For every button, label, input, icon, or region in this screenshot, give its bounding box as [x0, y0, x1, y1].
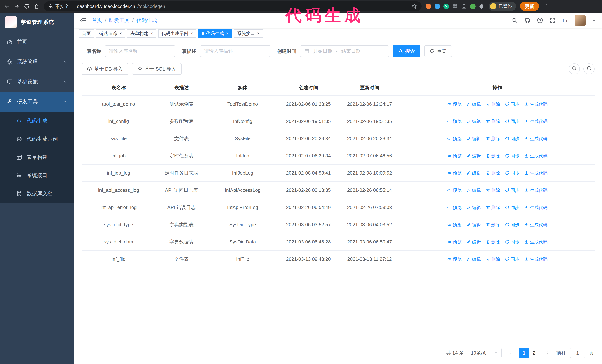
sidebar-subitem-codegen-example[interactable]: 代码生成示例: [0, 130, 74, 148]
goto-page-input[interactable]: [570, 348, 585, 358]
extension-4[interactable]: [452, 3, 458, 9]
table-desc-input[interactable]: [200, 45, 270, 57]
table-row[interactable]: inf_job_log定时任务日志表InfJobLog2021-02-08 04…: [82, 164, 595, 182]
update-button[interactable]: 更新: [520, 2, 539, 11]
action-preview[interactable]: 预览: [447, 221, 462, 228]
action-delete[interactable]: 删除: [486, 135, 500, 142]
extension-6[interactable]: [470, 3, 476, 9]
sidebar-subitem-codegen[interactable]: 代码生成: [0, 112, 74, 130]
extension-1[interactable]: [426, 3, 431, 9]
breadcrumb-item[interactable]: 首页: [92, 17, 102, 24]
table-row[interactable]: inf_config参数配置表InfConfig2021-02-06 19:51…: [82, 113, 595, 130]
close-tab-icon[interactable]: ×: [190, 31, 193, 36]
close-tab-icon[interactable]: ×: [257, 31, 260, 36]
action-edit[interactable]: 编辑: [466, 118, 481, 125]
action-preview[interactable]: 预览: [447, 204, 462, 211]
action-generate[interactable]: 生成代码: [524, 153, 548, 159]
action-generate[interactable]: 生成代码: [524, 204, 548, 211]
action-sync[interactable]: 同步: [505, 170, 519, 177]
action-delete[interactable]: 删除: [486, 101, 500, 108]
action-edit[interactable]: 编辑: [466, 135, 481, 142]
address-bar[interactable]: 不安全 | dashboard.yudao.iocoder.cn/tool/co…: [44, 1, 422, 11]
action-delete[interactable]: 删除: [486, 153, 500, 159]
table-row[interactable]: sys_dict_type字典类型表SysDictType2021-03-06 …: [82, 216, 595, 233]
action-generate[interactable]: 生成代码: [524, 239, 548, 245]
sidebar-item-system[interactable]: 系统管理: [0, 52, 74, 72]
close-tab-icon[interactable]: ×: [150, 31, 153, 36]
table-row[interactable]: inf_api_access_logAPI 访问日志表InfApiAccessL…: [82, 182, 595, 199]
action-sync[interactable]: 同步: [505, 256, 519, 262]
action-delete[interactable]: 删除: [486, 204, 500, 211]
action-generate[interactable]: 生成代码: [524, 101, 548, 108]
action-delete[interactable]: 删除: [486, 118, 500, 125]
prev-page-button[interactable]: [505, 348, 515, 358]
reload-icon[interactable]: [24, 3, 30, 9]
action-delete[interactable]: 删除: [486, 221, 500, 228]
profile-pill[interactable]: 已暂停: [489, 2, 516, 11]
breadcrumb-item[interactable]: 代码生成: [136, 17, 157, 24]
action-edit[interactable]: 编辑: [466, 153, 481, 159]
action-generate[interactable]: 生成代码: [524, 135, 548, 142]
action-sync[interactable]: 同步: [505, 118, 519, 125]
action-sync[interactable]: 同步: [505, 187, 519, 194]
close-tab-icon[interactable]: ×: [119, 31, 122, 36]
table-row[interactable]: sys_file文件表SysFile2021-02-06 20:28:34202…: [82, 130, 595, 147]
action-generate[interactable]: 生成代码: [524, 118, 548, 125]
extension-7[interactable]: [479, 3, 484, 9]
refresh-table-button[interactable]: [583, 63, 595, 74]
tab-api[interactable]: 系统接口×: [234, 29, 263, 38]
next-page-button[interactable]: [543, 348, 553, 358]
action-edit[interactable]: 编辑: [466, 221, 481, 228]
sidebar-subitem-api[interactable]: 系统接口: [0, 166, 74, 184]
logo[interactable]: 芋道管理系统: [0, 13, 74, 32]
sidebar-subitem-db-doc[interactable]: 数据库文档: [0, 184, 74, 203]
action-delete[interactable]: 删除: [486, 187, 500, 194]
date-range-picker[interactable]: 开始日期 - 结束日期: [300, 45, 389, 57]
sidebar-item-infra[interactable]: 基础设施: [0, 72, 74, 92]
table-name-input[interactable]: [105, 45, 175, 57]
tab-home[interactable]: 首页: [78, 29, 94, 38]
avatar-caret-icon[interactable]: [592, 18, 596, 22]
tab-tracer[interactable]: 链路追踪×: [96, 29, 125, 38]
action-preview[interactable]: 预览: [447, 187, 462, 194]
action-sync[interactable]: 同步: [505, 239, 519, 245]
page-button-2[interactable]: 2: [529, 348, 539, 358]
menu-fold-icon[interactable]: [80, 17, 86, 23]
import-db-button[interactable]: 基于 DB 导入: [82, 63, 128, 75]
action-edit[interactable]: 编辑: [466, 256, 481, 262]
extension-2[interactable]: [435, 3, 440, 9]
action-sync[interactable]: 同步: [505, 204, 519, 211]
page-size-select[interactable]: 10条/页: [468, 348, 502, 358]
action-generate[interactable]: 生成代码: [524, 187, 548, 194]
action-preview[interactable]: 预览: [447, 101, 462, 108]
fontsize-icon[interactable]: TT: [562, 17, 568, 23]
extension-5[interactable]: [461, 3, 467, 9]
action-edit[interactable]: 编辑: [466, 239, 481, 245]
sidebar-subitem-form-builder[interactable]: 表单构建: [0, 148, 74, 166]
tab-codegen[interactable]: 代码生成×: [198, 29, 232, 38]
bookmark-star-icon[interactable]: [411, 3, 417, 9]
close-tab-icon[interactable]: ×: [226, 31, 229, 36]
search-button[interactable]: 搜索: [393, 45, 420, 57]
action-delete[interactable]: 删除: [486, 170, 500, 177]
breadcrumb-item[interactable]: 研发工具: [109, 17, 130, 24]
action-sync[interactable]: 同步: [505, 221, 519, 228]
table-row[interactable]: sys_dict_data字典数据表SysDictData2021-03-06 …: [82, 233, 595, 250]
action-preview[interactable]: 预览: [447, 239, 462, 245]
sidebar-item-devtools[interactable]: 研发工具: [0, 92, 74, 112]
sidebar-item-home[interactable]: 首页: [0, 32, 74, 52]
action-edit[interactable]: 编辑: [466, 187, 481, 194]
reset-button[interactable]: 重置: [424, 45, 452, 57]
action-preview[interactable]: 预览: [447, 170, 462, 177]
action-generate[interactable]: 生成代码: [524, 170, 548, 177]
page-button-1[interactable]: 1: [519, 348, 529, 358]
fullscreen-icon[interactable]: [549, 17, 556, 23]
search-icon[interactable]: [512, 17, 518, 23]
action-preview[interactable]: 预览: [447, 135, 462, 142]
help-icon[interactable]: [537, 17, 543, 23]
action-generate[interactable]: 生成代码: [524, 256, 548, 262]
back-icon[interactable]: [4, 3, 10, 9]
action-delete[interactable]: 删除: [486, 239, 500, 245]
action-preview[interactable]: 预览: [447, 153, 462, 159]
table-row[interactable]: tool_test_demo测试示例表ToolTestDemo2021-02-0…: [82, 95, 595, 113]
